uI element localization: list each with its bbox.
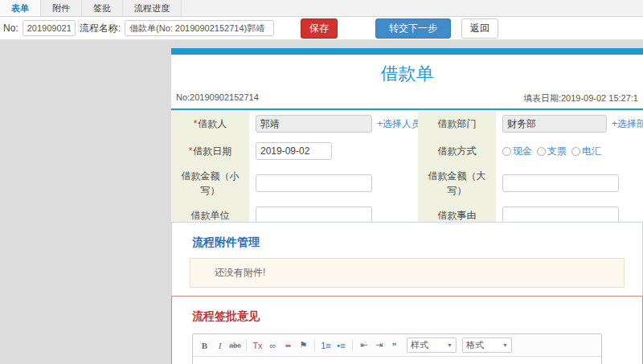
form-meta-row: No:20190902152714 填表日期:2019-09-02 15:27:…	[171, 91, 643, 110]
radio-circle-icon[interactable]	[571, 147, 580, 156]
toolbar-separator	[246, 340, 247, 351]
numbered-list-icon[interactable]: 1≡	[319, 338, 333, 352]
remove-format-icon[interactable]: Tx	[251, 338, 264, 352]
chevron-down-icon: ▼	[502, 342, 508, 348]
top-toolbar: No: 流程名称: 保存 转交下一步 返回	[0, 17, 643, 40]
borrow-date-label: *借款日期	[171, 137, 249, 165]
borrower-input[interactable]	[256, 115, 372, 133]
unlink-icon[interactable]: ∞	[281, 338, 295, 352]
format-select[interactable]: 格式▼	[462, 337, 512, 353]
form-no-text: No:20190902152714	[176, 92, 259, 104]
borrow-date-input[interactable]	[256, 142, 332, 160]
radio-circle-icon[interactable]	[502, 147, 511, 156]
toolbar-separator	[314, 340, 315, 351]
method-field: 现金支票电汇	[496, 137, 643, 165]
radio-circle-icon[interactable]	[537, 147, 546, 156]
indent-icon[interactable]: ⇥	[372, 338, 386, 352]
required-asterisk: *	[194, 118, 198, 129]
tab-bar: 表单附件签批流程进度	[0, 0, 643, 17]
back-button[interactable]: 返回	[461, 18, 498, 39]
no-label: No:	[3, 22, 18, 34]
department-field: +选择部门	[496, 110, 643, 137]
anchor-flag-icon[interactable]: ⚑	[297, 338, 310, 352]
form-title: 借款单	[171, 55, 643, 91]
bold-icon[interactable]: B	[198, 338, 211, 352]
card-top-accent-bar	[171, 48, 643, 55]
amount-upper-label: 借款金额（大写）	[418, 165, 496, 202]
flow-name-label: 流程名称:	[80, 22, 121, 35]
tab-form[interactable]: 表单	[0, 0, 41, 16]
method-radio-2[interactable]: 电汇	[571, 145, 601, 158]
method-radio-label: 支票	[547, 145, 567, 158]
form-date-text: 填表日期:2019-09-02 15:27:1	[523, 92, 638, 104]
page: 表单附件签批流程进度 No: 流程名称: 保存 转交下一步 返回 借款单 No:…	[0, 0, 643, 364]
department-input[interactable]	[502, 115, 607, 133]
no-input[interactable]	[23, 20, 76, 36]
bullet-list-icon[interactable]: •≡	[334, 338, 348, 352]
editor-toolbar: BIabcTx∞∞⚑1≡•≡⇤⇥”样式▼格式▼	[193, 334, 601, 357]
italic-icon[interactable]: I	[213, 338, 227, 352]
form-grid: *借款人 +选择人员 借款部门 +选择部门 *借款日期 借款方式 现金支票电汇 …	[171, 110, 643, 229]
method-label: 借款方式	[418, 137, 496, 165]
chevron-down-icon: ▼	[447, 342, 453, 348]
method-radio-label: 现金	[513, 145, 532, 158]
forward-next-step-button[interactable]: 转交下一步	[375, 18, 451, 39]
styles-select[interactable]: 样式▼	[407, 337, 457, 353]
no-attachments-alert: 还没有附件!	[190, 258, 625, 288]
amount-lower-input[interactable]	[256, 174, 372, 192]
loan-form-card: 借款单 No:20190902152714 填表日期:2019-09-02 15…	[171, 48, 643, 231]
save-button[interactable]: 保存	[301, 18, 338, 39]
borrower-field: +选择人员	[249, 110, 418, 137]
approval-heading: 流程签批意见	[172, 303, 642, 333]
method-radio-0[interactable]: 现金	[502, 145, 532, 158]
attachments-heading: 流程附件管理	[172, 229, 642, 258]
method-radio-1[interactable]: 支票	[537, 145, 567, 158]
amount-upper-input[interactable]	[502, 174, 619, 192]
select-department-link[interactable]: +选择部门	[612, 117, 643, 131]
amount-upper-field	[496, 165, 643, 202]
flow-name-input[interactable]	[125, 20, 274, 36]
amount-lower-field	[249, 165, 418, 202]
tab-progress[interactable]: 流程进度	[123, 0, 182, 16]
strikethrough-icon[interactable]: abc	[228, 338, 242, 352]
outdent-icon[interactable]: ⇤	[357, 338, 371, 352]
tab-attachments[interactable]: 附件	[41, 0, 82, 16]
method-radio-label: 电汇	[582, 145, 601, 158]
approval-card: 流程签批意见 BIabcTx∞∞⚑1≡•≡⇤⇥”样式▼格式▼	[171, 296, 643, 364]
amount-lower-label: 借款金额（小写）	[171, 165, 249, 202]
tab-sign[interactable]: 签批	[82, 0, 123, 16]
editor-content-area[interactable]	[193, 357, 601, 364]
borrower-label: *借款人	[171, 110, 249, 137]
link-icon[interactable]: ∞	[266, 338, 280, 352]
borrow-date-field	[249, 137, 418, 165]
required-asterisk: *	[189, 145, 193, 157]
select-person-link[interactable]: +选择人员	[377, 117, 421, 131]
blockquote-icon[interactable]: ”	[387, 338, 401, 352]
toolbar-separator	[352, 340, 353, 351]
rich-text-editor: BIabcTx∞∞⚑1≡•≡⇤⇥”样式▼格式▼	[192, 333, 602, 364]
department-label: 借款部门	[418, 110, 496, 137]
